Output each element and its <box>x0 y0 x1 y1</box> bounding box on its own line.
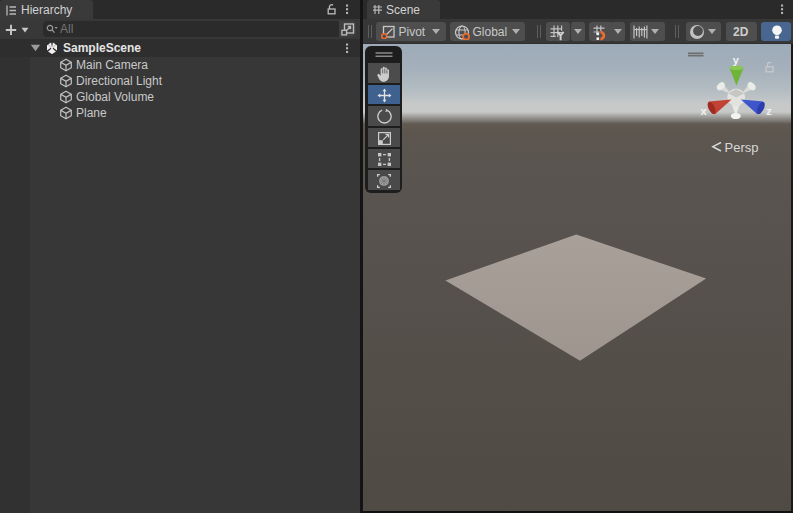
svg-text:y: y <box>733 54 740 66</box>
svg-text:z: z <box>766 105 772 117</box>
svg-text:Persp: Persp <box>725 140 759 155</box>
svg-text:x: x <box>700 105 707 117</box>
